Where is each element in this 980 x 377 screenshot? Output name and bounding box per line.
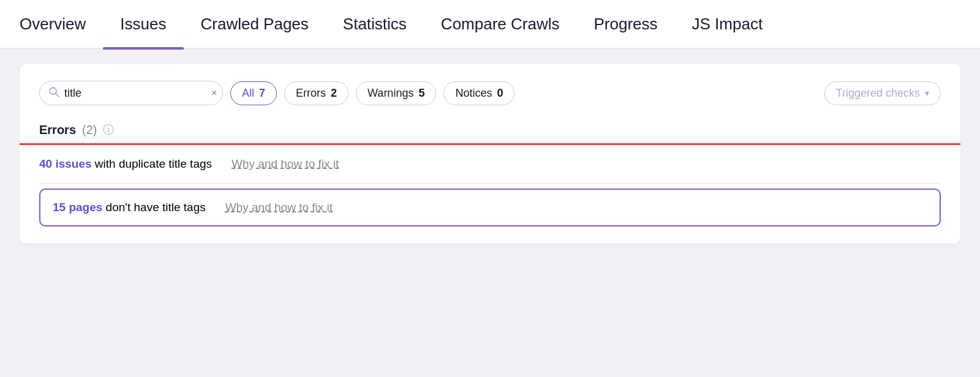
filter-errors-count: 2 bbox=[331, 87, 337, 100]
nav-item-overview[interactable]: Overview bbox=[20, 0, 103, 48]
no-title-description: don't have title tags bbox=[102, 201, 205, 214]
duplicate-title-count-link[interactable]: 40 issues bbox=[39, 157, 92, 170]
issues-card: × All 7 Errors 2 Warnings 5 Notices 0 bbox=[20, 64, 960, 244]
search-input[interactable] bbox=[64, 87, 206, 100]
errors-heading: Errors (2) ⓘ bbox=[39, 122, 941, 137]
duplicate-title-issue-text: 40 issues with duplicate title tags bbox=[39, 157, 212, 171]
errors-count: (2) bbox=[82, 123, 97, 137]
top-navigation: Overview Issues Crawled Pages Statistics… bbox=[0, 0, 980, 49]
nav-item-issues[interactable]: Issues bbox=[103, 0, 183, 48]
filter-all-count: 7 bbox=[259, 87, 265, 100]
triggered-checks-button[interactable]: Triggered checks ▾ bbox=[824, 81, 941, 105]
main-content: × All 7 Errors 2 Warnings 5 Notices 0 bbox=[0, 49, 980, 377]
nav-item-crawled-pages[interactable]: Crawled Pages bbox=[184, 0, 326, 48]
search-icon bbox=[48, 86, 59, 100]
nav-item-compare-crawls[interactable]: Compare Crawls bbox=[424, 0, 577, 48]
nav-item-progress[interactable]: Progress bbox=[576, 0, 674, 48]
no-title-count-link[interactable]: 15 pages bbox=[53, 201, 102, 214]
chevron-down-icon: ▾ bbox=[925, 88, 929, 98]
duplicate-title-description: with duplicate title tags bbox=[92, 157, 212, 170]
filter-notices-count: 0 bbox=[497, 87, 503, 100]
nav-item-js-impact[interactable]: JS Impact bbox=[675, 0, 780, 48]
issues-list: 40 issues with duplicate title tags Why … bbox=[39, 145, 941, 226]
issue-row-no-title: 15 pages don't have title tags Why and h… bbox=[39, 188, 941, 226]
triggered-checks-label: Triggered checks bbox=[836, 87, 920, 100]
filter-notices-label: Notices bbox=[455, 87, 492, 100]
filter-warnings-count: 5 bbox=[418, 87, 424, 100]
info-icon[interactable]: ⓘ bbox=[103, 122, 114, 137]
svg-line-1 bbox=[56, 94, 59, 97]
no-title-issue-text: 15 pages don't have title tags bbox=[53, 201, 206, 214]
filter-errors-label: Errors bbox=[296, 87, 326, 100]
duplicate-title-why-fix-link[interactable]: Why and how to fix it bbox=[232, 157, 339, 171]
svg-point-0 bbox=[50, 88, 56, 94]
filter-errors-button[interactable]: Errors 2 bbox=[284, 81, 349, 105]
issue-row-duplicate-title: 40 issues with duplicate title tags Why … bbox=[39, 145, 941, 184]
nav-item-statistics[interactable]: Statistics bbox=[326, 0, 424, 48]
search-wrapper[interactable]: × bbox=[39, 81, 223, 105]
filter-all-label: All bbox=[242, 87, 254, 100]
filter-warnings-button[interactable]: Warnings 5 bbox=[356, 81, 436, 105]
filter-row: × All 7 Errors 2 Warnings 5 Notices 0 bbox=[39, 81, 941, 105]
errors-title: Errors bbox=[39, 123, 76, 137]
filter-warnings-label: Warnings bbox=[368, 87, 413, 100]
filter-notices-button[interactable]: Notices 0 bbox=[443, 81, 514, 105]
search-clear-icon[interactable]: × bbox=[211, 88, 217, 98]
filter-all-button[interactable]: All 7 bbox=[230, 81, 277, 105]
no-title-why-fix-link[interactable]: Why and how to fix it bbox=[225, 201, 333, 214]
